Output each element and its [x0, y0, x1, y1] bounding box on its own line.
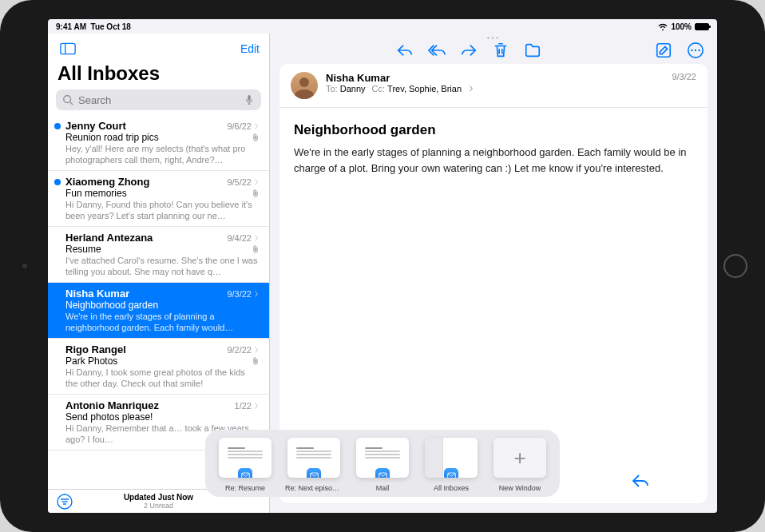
- search-icon: [62, 94, 73, 105]
- mail-app-badge-icon: [238, 468, 252, 478]
- attachment-icon: [252, 245, 260, 253]
- battery-percent: 100%: [671, 22, 692, 31]
- msg-subject: Resume: [65, 244, 101, 255]
- more-button[interactable]: [687, 42, 704, 59]
- svg-rect-0: [61, 43, 75, 54]
- shelf-item[interactable]: Re: Resume: [216, 438, 274, 492]
- forward-button[interactable]: [460, 42, 478, 59]
- attachment-icon: [252, 189, 260, 197]
- chevron-right-icon: [253, 291, 260, 297]
- status-date: Tue Oct 18: [91, 22, 131, 31]
- reply-all-button[interactable]: [428, 42, 446, 59]
- shelf-label: Mail: [376, 484, 390, 492]
- edit-button[interactable]: Edit: [240, 42, 260, 55]
- shelf-item[interactable]: Re: Next episode's g…: [285, 438, 343, 492]
- msg-preview: We're in the early stages of planning a …: [65, 311, 260, 333]
- shelf-thumb: [219, 438, 272, 478]
- msg-sender: Jenny Court: [65, 120, 126, 132]
- message-row[interactable]: Nisha Kumar9/3/22 Neighborhood gardenWe'…: [48, 283, 269, 339]
- svg-point-2: [64, 96, 71, 103]
- shelf-thumb: [287, 438, 340, 478]
- sidebar-toggle-button[interactable]: [57, 38, 78, 59]
- msg-date: 9/2/22: [227, 345, 260, 355]
- svg-line-3: [70, 102, 73, 105]
- mail-cc[interactable]: Trev, Sophie, Brian: [387, 84, 462, 93]
- filter-button[interactable]: [56, 493, 73, 510]
- mail-from[interactable]: Nisha Kumar: [326, 72, 672, 84]
- search-input[interactable]: [73, 94, 244, 106]
- search-field[interactable]: [56, 89, 261, 110]
- msg-subject: Neighborhood garden: [65, 300, 158, 311]
- msg-subject: Send photos please!: [65, 411, 153, 423]
- svg-point-14: [299, 77, 309, 87]
- unread-dot-icon: [54, 179, 61, 185]
- unread-dot-icon: [54, 123, 61, 129]
- msg-date: 9/4/22: [227, 233, 260, 243]
- message-row[interactable]: Jenny Court9/6/22 Reunion road trip pics…: [48, 115, 269, 171]
- chevron-right-icon: [253, 403, 260, 409]
- compose-button[interactable]: [655, 42, 672, 59]
- chevron-right-icon: [253, 123, 260, 129]
- plus-icon: +: [513, 446, 525, 470]
- grab-handle[interactable]: •••: [270, 34, 717, 42]
- msg-date: 9/6/22: [227, 121, 260, 131]
- msg-preview: Hi Danny, I took some great photos of th…: [65, 367, 260, 389]
- sidebar-title: All Inboxes: [48, 62, 269, 89]
- move-button[interactable]: [524, 42, 541, 59]
- status-time: 9:41 AM: [56, 22, 86, 31]
- svg-rect-16: [241, 473, 249, 478]
- shelf-thumb: [425, 438, 478, 478]
- svg-point-15: [295, 89, 314, 99]
- shelf-item[interactable]: +New Window: [491, 438, 549, 492]
- msg-date: 9/3/22: [227, 289, 260, 299]
- svg-rect-17: [310, 473, 318, 478]
- msg-sender: Rigo Rangel: [65, 343, 126, 355]
- shelf-item[interactable]: All Inboxes: [422, 438, 480, 492]
- footer-unread: 2 Unread: [124, 502, 193, 510]
- chevron-right-icon[interactable]: [468, 85, 474, 92]
- mail-body: We're in the early stages of planning a …: [279, 145, 708, 192]
- footer-updated: Updated Just Now: [124, 493, 193, 502]
- message-row[interactable]: Herland Antezana9/4/22 ResumeI've attach…: [48, 227, 269, 283]
- chevron-right-icon: [253, 347, 260, 353]
- svg-point-13: [698, 50, 700, 51]
- shelf-label: Re: Next episode's g…: [285, 484, 343, 492]
- mail-to[interactable]: Danny: [340, 84, 366, 93]
- msg-preview: I've attached Carol's resume. She's the …: [65, 255, 260, 277]
- reply-button[interactable]: [396, 42, 414, 59]
- msg-date: 9/5/22: [227, 177, 260, 187]
- home-button[interactable]: [723, 254, 747, 278]
- message-row[interactable]: Xiaomeng Zhong9/5/22 Fun memoriesHi Dann…: [48, 171, 269, 227]
- mic-icon[interactable]: [244, 94, 255, 105]
- chevron-right-icon: [253, 179, 260, 185]
- mail-app-badge-icon: [307, 468, 321, 478]
- attachment-icon: [252, 133, 260, 141]
- shelf-label: Re: Resume: [225, 484, 265, 492]
- app-shelf[interactable]: Re: ResumeRe: Next episode's g…MailAll I…: [205, 430, 560, 497]
- mail-subject: Neighborhood garden: [279, 108, 708, 145]
- svg-rect-19: [447, 473, 455, 478]
- trash-button[interactable]: [492, 42, 509, 59]
- status-bar: 9:41 AM Tue Oct 18 100%: [48, 19, 717, 34]
- floating-reply-icon[interactable]: [631, 471, 650, 490]
- msg-subject: Fun memories: [65, 188, 127, 199]
- msg-sender: Xiaomeng Zhong: [65, 176, 149, 188]
- svg-rect-4: [248, 95, 251, 101]
- chevron-right-icon: [253, 235, 260, 241]
- msg-date: 1/22: [235, 401, 260, 411]
- svg-rect-9: [657, 44, 671, 58]
- mail-date: 9/3/22: [672, 72, 696, 81]
- wifi-icon: [658, 22, 668, 30]
- shelf-item[interactable]: Mail: [354, 438, 411, 492]
- msg-preview: Hi Danny, Found this photo! Can you beli…: [65, 199, 260, 221]
- msg-sender: Nisha Kumar: [65, 288, 129, 300]
- shelf-thumb: +: [493, 438, 546, 478]
- msg-subject: Reunion road trip pics: [65, 132, 159, 143]
- svg-rect-18: [379, 473, 386, 478]
- message-row[interactable]: Rigo Rangel9/2/22 Park PhotosHi Danny, I…: [48, 339, 269, 395]
- msg-sender: Herland Antezana: [65, 232, 153, 244]
- sender-avatar[interactable]: [291, 72, 318, 99]
- svg-point-11: [691, 50, 692, 51]
- shelf-label: New Window: [499, 484, 541, 492]
- shelf-label: All Inboxes: [434, 484, 469, 492]
